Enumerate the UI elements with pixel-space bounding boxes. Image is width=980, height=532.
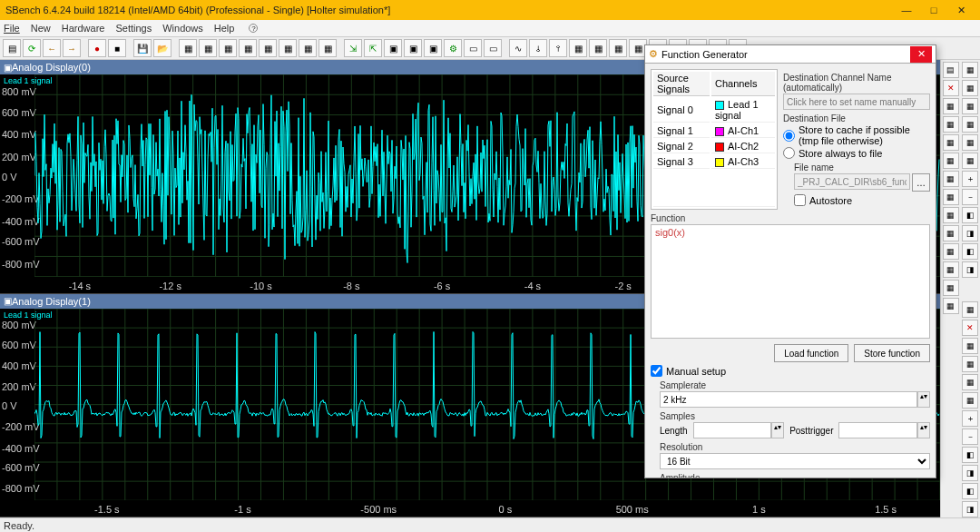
side-icon[interactable]: ◧ [962,207,978,223]
window-maximize[interactable]: □ [920,1,947,19]
side-icon[interactable]: ▦ [962,98,978,114]
side-icon[interactable]: ▦ [962,62,978,78]
side-icon[interactable]: ▦ [943,171,959,187]
side-icon[interactable]: ▦ [962,338,978,354]
table-row[interactable]: Signal 3AI-Ch3 [653,155,775,169]
side-icon[interactable]: ▦ [962,301,978,318]
open-icon[interactable]: 📂 [153,39,172,57]
toolbar-icon[interactable]: ▭ [464,39,482,57]
zoom-out-icon[interactable]: － [962,429,978,445]
toolbar-icon[interactable]: ▦ [279,39,297,57]
side-icon[interactable]: ▦ [943,189,959,205]
zoom-in-icon[interactable]: ＋ [962,171,978,187]
menu-hardware[interactable]: Hardware [62,23,105,34]
side-icon[interactable]: ▦ [962,356,978,372]
toolbar-icon[interactable]: ▦ [199,39,217,57]
posttrigger-input[interactable] [838,422,917,438]
side-icon[interactable]: ▦ [962,134,978,151]
toolbar-icon[interactable]: ▦ [589,39,607,57]
side-icon[interactable]: ◨ [962,465,978,481]
length-input[interactable] [693,422,772,438]
radio-cache[interactable]: Store to cache if possible (tmp file oth… [783,124,930,146]
tool-icon[interactable]: ▤ [3,39,21,57]
side-icon[interactable]: ◧ [962,447,978,463]
dialog-close-button[interactable]: ✕ [910,46,932,63]
toolbar-icon[interactable]: ▦ [179,39,197,57]
gear-icon[interactable]: ⚙ [444,39,462,57]
side-close-icon[interactable]: ✕ [943,80,959,96]
spin-icon[interactable]: ▴▾ [771,422,784,438]
back-icon[interactable]: ← [43,39,61,57]
table-row[interactable]: Signal 0Lead 1 signal [653,98,775,123]
table-row[interactable]: Signal 2AI-Ch2 [653,140,775,153]
menu-file[interactable]: File [4,23,20,34]
store-function-button[interactable]: Store function [854,344,930,362]
side-icon[interactable]: ▦ [962,392,978,409]
import-icon[interactable]: ⇱ [364,39,382,57]
side-icon[interactable]: ◨ [962,501,978,517]
toolbar-icon[interactable]: ▣ [384,39,402,57]
toolbar-icon[interactable]: ▦ [318,39,337,57]
refresh-icon[interactable]: ⟳ [23,39,41,57]
stop-icon[interactable]: ■ [108,39,126,57]
toolbar-icon[interactable]: ▦ [609,39,627,57]
toolbar-icon[interactable]: ⫰ [529,39,547,57]
toolbar-icon[interactable]: ▦ [239,39,257,57]
zoom-out-icon[interactable]: － [962,189,978,205]
toolbar-icon[interactable]: ▦ [299,39,317,57]
toolbar-icon[interactable]: ▣ [404,39,422,57]
side-icon[interactable]: ▦ [943,134,959,151]
side-icon[interactable]: ▦ [962,153,978,169]
forward-icon[interactable]: → [63,39,81,57]
menu-settings[interactable]: Settings [115,23,152,34]
table-row[interactable]: Signal 1AI-Ch1 [653,124,775,138]
side-icon[interactable]: ▦ [943,261,959,278]
toolbar-icon[interactable]: ⫯ [549,39,567,57]
load-function-button[interactable]: Load function [774,344,848,362]
window-minimize[interactable]: — [893,1,920,19]
dialog-titlebar[interactable]: ⚙ Function Generator ✕ [645,45,936,64]
side-icon[interactable]: ◨ [962,261,978,278]
signals-table[interactable]: Source Signals Channels Signal 0Lead 1 s… [651,69,778,210]
side-icon[interactable]: ▦ [943,243,959,260]
samplerate-input[interactable] [660,391,917,408]
save-icon[interactable]: 💾 [133,39,152,57]
side-icon[interactable]: ▦ [962,80,978,96]
dest-channel-input[interactable] [783,94,930,110]
side-close-icon[interactable]: ✕ [962,320,978,336]
zoom-in-icon[interactable]: ＋ [962,410,978,427]
side-icon[interactable]: ▦ [943,225,959,241]
side-icon[interactable]: ◧ [962,483,978,499]
side-icon[interactable]: ◧ [962,243,978,260]
toolbar-icon[interactable]: ▭ [484,39,502,57]
spin-up-icon[interactable]: ▴▾ [917,391,930,408]
record-icon[interactable]: ● [88,39,106,57]
menu-help[interactable]: Help [214,23,235,34]
help-icon[interactable]: ? [249,24,258,33]
side-icon[interactable]: ▦ [943,116,959,133]
toolbar-icon[interactable]: ▦ [569,39,587,57]
window-close[interactable]: ✕ [947,1,975,19]
toolbar-icon[interactable]: ▣ [424,39,442,57]
radio-file[interactable]: Store always to file [783,147,930,159]
browse-button[interactable]: … [912,173,930,192]
toolbar-icon[interactable]: ▦ [219,39,237,57]
toolbar-icon[interactable]: ▦ [259,39,277,57]
side-icon[interactable]: ▦ [943,280,959,296]
side-layout-icon[interactable]: ▤ [943,62,959,78]
side-icon[interactable]: ▦ [943,207,959,223]
side-icon[interactable]: ▦ [962,374,978,390]
spin-icon[interactable]: ▴▾ [917,422,930,438]
side-icon[interactable]: ▦ [943,298,959,314]
menu-windows[interactable]: Windows [162,23,203,34]
side-icon[interactable]: ▦ [943,153,959,169]
function-textarea[interactable]: sig0(x) [651,224,930,339]
side-icon[interactable]: ▦ [943,98,959,114]
autostore-check[interactable]: Autostore [794,194,930,206]
manual-setup-check[interactable]: Manual setup [651,365,930,377]
toolbar-icon[interactable]: ∿ [509,39,527,57]
side-icon[interactable]: ▦ [962,116,978,133]
menu-new[interactable]: New [31,23,51,34]
export-icon[interactable]: ⇲ [344,39,362,57]
side-icon[interactable]: ◨ [962,225,978,241]
